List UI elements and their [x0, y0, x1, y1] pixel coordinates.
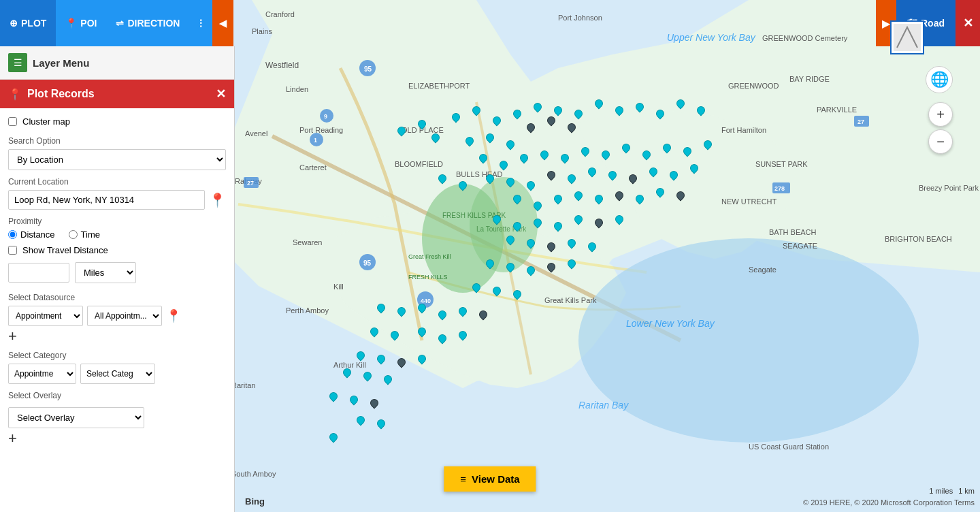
svg-text:BATH BEACH: BATH BEACH: [769, 228, 817, 236]
plot-records-close-button[interactable]: ✕: [216, 86, 226, 101]
category-label: Select Category: [8, 351, 226, 360]
search-option-label: Search Option: [8, 136, 226, 146]
plot-icon: ⊕: [10, 18, 18, 29]
plot-records-icon: 📍: [8, 88, 22, 101]
current-location-row: 📍: [8, 190, 226, 210]
svg-text:Fort Hamilton: Fort Hamilton: [721, 126, 766, 134]
svg-text:BULLS HEAD: BULLS HEAD: [456, 170, 503, 178]
collapse-icon: ◀: [219, 18, 227, 29]
category-row: Appointme Select Categ: [8, 364, 226, 384]
location-pin-icon[interactable]: 📍: [209, 192, 226, 208]
svg-text:US Coast Guard Station: US Coast Guard Station: [749, 443, 829, 451]
overlay-label: Select Overlay: [8, 391, 226, 400]
svg-text:GREENWOOD: GREENWOOD: [728, 82, 779, 90]
poi-label: POI: [80, 18, 97, 29]
svg-text:ELIZABETHPORT: ELIZABETHPORT: [408, 82, 470, 90]
datasource-select-1[interactable]: Appointment: [8, 306, 83, 326]
category-select-2[interactable]: Select Categ: [80, 364, 155, 384]
collapse-button[interactable]: ◀: [212, 0, 233, 46]
svg-text:Great Fresh Kill: Great Fresh Kill: [408, 253, 451, 260]
map-scale: 1 miles 1 km: [929, 487, 975, 495]
direction-label: DIRECTION: [127, 18, 180, 29]
category-select-1[interactable]: Appointme: [8, 364, 76, 384]
proximity-section: Proximity Distance Time Show Travel Dist…: [8, 217, 226, 283]
svg-text:NEW UTRECHT: NEW UTRECHT: [721, 197, 777, 206]
svg-text:95: 95: [363, 259, 372, 267]
zoom-out-button[interactable]: −: [928, 129, 953, 154]
svg-text:PARKVILLE: PARKVILLE: [817, 106, 857, 114]
poi-icon: 📍: [65, 18, 77, 29]
show-travel-label: Show Travel Distance: [22, 245, 108, 255]
scale-miles: 1 miles: [929, 487, 953, 495]
overlay-add-button[interactable]: +: [8, 431, 226, 446]
svg-text:Great Kills Park: Great Kills Park: [544, 296, 597, 304]
view-data-label: View Data: [472, 473, 520, 485]
nav-right: ▶ 🗺 Road ✕: [876, 0, 980, 46]
time-radio-label: Time: [69, 229, 100, 240]
svg-text:Arthur Kill: Arthur Kill: [333, 361, 366, 369]
more-button[interactable]: ⋮: [189, 0, 212, 46]
datasource-label: Select Datasource: [8, 293, 226, 302]
svg-text:BAY RIDGE: BAY RIDGE: [789, 75, 830, 83]
zoom-out-icon: −: [936, 134, 945, 150]
svg-text:Carteret: Carteret: [299, 163, 327, 172]
globe-button[interactable]: 🌐: [926, 66, 953, 93]
time-radio-text: Time: [81, 229, 100, 240]
distance-radio-label: Distance: [8, 229, 55, 240]
distance-input[interactable]: [8, 263, 69, 283]
current-location-input[interactable]: [8, 190, 205, 210]
time-radio[interactable]: [69, 230, 78, 239]
svg-text:Kill: Kill: [333, 283, 344, 291]
svg-text:Avenel: Avenel: [245, 129, 267, 138]
side-panel: ☰ Layer Menu 📍 Plot Records ✕ Cluster ma…: [0, 46, 235, 512]
proximity-label: Proximity: [8, 217, 226, 226]
poi-button[interactable]: 📍 POI: [56, 0, 106, 46]
layer-menu-header: ☰ Layer Menu: [0, 46, 234, 80]
more-icon: ⋮: [196, 18, 206, 29]
cluster-map-checkbox[interactable]: [8, 117, 17, 126]
plot-records-title-text: Plot Records: [27, 88, 95, 100]
top-navigation: ⊕ PLOT 📍 POI ⇌ DIRECTION ⋮ ◀ ▶ 🗺 Road ✕: [0, 0, 980, 46]
distance-radio-text: Distance: [20, 229, 55, 240]
datasource-add-button[interactable]: +: [8, 329, 226, 344]
svg-text:Lower New York Bay: Lower New York Bay: [626, 318, 715, 329]
svg-text:SEAGATE: SEAGATE: [783, 242, 817, 250]
svg-text:BRIGHTON BEACH: BRIGHTON BEACH: [885, 235, 952, 243]
svg-text:27: 27: [247, 180, 254, 187]
svg-text:FRESH KILLS: FRESH KILLS: [408, 274, 448, 281]
show-travel-checkbox[interactable]: [8, 246, 17, 255]
svg-text:Breezy Point Park: Breezy Point Park: [919, 184, 979, 192]
scale-km: 1 km: [958, 487, 975, 495]
svg-text:Linden: Linden: [286, 85, 308, 93]
map-copyright: © 2019 HERE, © 2020 Microsoft Corporatio…: [803, 498, 975, 507]
current-location-label: Current Location: [8, 177, 226, 187]
direction-button[interactable]: ⇌ DIRECTION: [106, 0, 189, 46]
svg-text:Raritan Bay: Raritan Bay: [578, 400, 629, 411]
search-option-select[interactable]: By Location By Name By Radius: [8, 149, 226, 170]
cluster-map-row: Cluster map: [8, 116, 226, 127]
distance-row: Miles Kilometers: [8, 262, 226, 283]
plot-button[interactable]: ⊕ PLOT: [0, 0, 56, 46]
svg-point-9: [470, 177, 538, 272]
road-label: Road: [921, 18, 945, 29]
plot-label: PLOT: [21, 18, 46, 29]
svg-text:278: 278: [774, 185, 785, 192]
panel-body: Cluster map Search Option By Location By…: [0, 108, 234, 457]
bing-logo: Bing: [245, 496, 265, 507]
datasource-pin-button[interactable]: 📍: [166, 308, 181, 323]
distance-radio[interactable]: [8, 230, 17, 239]
close-top-button[interactable]: ✕: [956, 0, 980, 46]
unit-select[interactable]: Miles Kilometers: [75, 262, 136, 283]
datasource-select-2[interactable]: All Appointm...: [87, 306, 162, 326]
zoom-in-button[interactable]: +: [928, 102, 953, 127]
globe-icon: 🌐: [930, 71, 949, 89]
overlay-select[interactable]: Select Overlay: [8, 407, 144, 428]
road-type-map-overlay: [890, 20, 924, 54]
svg-text:27: 27: [858, 118, 864, 125]
cluster-map-label: Cluster map: [22, 116, 70, 127]
svg-text:SUNSET PARK: SUNSET PARK: [755, 160, 808, 168]
close-top-icon: ✕: [963, 16, 973, 31]
proximity-radio-group: Distance Time: [8, 229, 226, 240]
svg-text:95: 95: [364, 65, 372, 73]
view-data-button[interactable]: ≡ View Data: [444, 466, 536, 492]
